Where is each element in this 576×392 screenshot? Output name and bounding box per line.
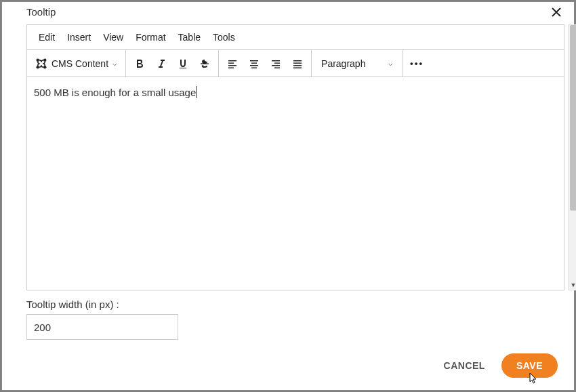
format-label: Paragraph — [321, 58, 365, 69]
menu-view[interactable]: View — [97, 29, 129, 45]
align-group — [219, 50, 312, 77]
ellipsis-icon: ••• — [410, 58, 424, 68]
chevron-down-icon: ⌵ — [388, 59, 393, 68]
svg-point-1 — [43, 58, 47, 62]
text-style-group — [126, 50, 219, 77]
close-icon — [551, 7, 562, 18]
align-justify-button[interactable] — [287, 53, 308, 74]
more-group: ••• — [403, 50, 430, 77]
tooltip-width-input[interactable] — [26, 314, 178, 340]
mouse-cursor-icon — [528, 372, 539, 386]
editor-menubar: Edit Insert View Format Table Tools — [27, 25, 564, 50]
menu-table[interactable]: Table — [172, 29, 207, 45]
underline-button[interactable] — [172, 53, 194, 74]
menu-tools[interactable]: Tools — [207, 29, 241, 45]
cancel-button[interactable]: CANCEL — [434, 353, 495, 378]
align-center-icon — [249, 58, 260, 69]
align-left-button[interactable] — [222, 53, 243, 74]
tooltip-modal: Tooltip ▼ Edit Insert View Format Table … — [1, 1, 575, 391]
scrollbar[interactable]: ▼ — [568, 24, 576, 290]
bold-button[interactable] — [129, 53, 150, 74]
joomla-icon — [35, 58, 47, 70]
tooltip-width-field: Tooltip width (in px) : — [2, 290, 574, 347]
strikethrough-icon — [199, 58, 210, 69]
menu-edit[interactable]: Edit — [33, 29, 61, 45]
editor-toolbar: CMS Content ⌵ — [27, 50, 564, 77]
rich-text-editor: Edit Insert View Format Table Tools CMS … — [26, 24, 564, 290]
svg-point-2 — [37, 66, 40, 69]
chevron-down-icon: ⌵ — [112, 59, 117, 68]
save-button[interactable]: SAVE — [501, 353, 558, 378]
editor-wrapper: ▼ Edit Insert View Format Table Tools CM… — [26, 24, 564, 290]
modal-title: Tooltip — [26, 6, 56, 18]
menu-insert[interactable]: Insert — [61, 29, 97, 45]
align-right-icon — [270, 58, 281, 69]
text-cursor — [196, 86, 197, 98]
scrollbar-thumb[interactable] — [570, 25, 576, 211]
align-justify-icon — [292, 58, 303, 69]
editor-content[interactable]: 500 MB is enough for a small usage — [27, 77, 564, 290]
strikethrough-button[interactable] — [194, 53, 215, 74]
svg-point-0 — [37, 58, 40, 62]
editor-text: 500 MB is enough for a small usage — [34, 87, 196, 98]
tooltip-width-label: Tooltip width (in px) : — [26, 299, 564, 310]
format-dropdown[interactable]: Paragraph ⌵ — [314, 58, 400, 69]
italic-icon — [156, 58, 167, 69]
format-group: Paragraph ⌵ — [312, 50, 403, 77]
menu-format[interactable]: Format — [129, 29, 171, 45]
align-right-button[interactable] — [265, 53, 287, 74]
more-button[interactable]: ••• — [406, 53, 428, 74]
modal-header: Tooltip — [2, 2, 574, 19]
bold-icon — [134, 58, 145, 69]
cms-group: CMS Content ⌵ — [27, 50, 126, 77]
italic-button[interactable] — [150, 53, 172, 74]
cms-content-dropdown[interactable]: CMS Content ⌵ — [30, 58, 123, 70]
align-center-button[interactable] — [243, 53, 265, 74]
cms-content-label: CMS Content — [52, 58, 108, 69]
close-button[interactable] — [548, 7, 564, 18]
align-left-icon — [227, 58, 238, 69]
save-label: SAVE — [516, 360, 543, 371]
modal-actions: CANCEL SAVE — [2, 347, 574, 390]
svg-point-3 — [43, 66, 47, 69]
scroll-down-arrow[interactable]: ▼ — [569, 280, 576, 290]
underline-icon — [178, 58, 188, 69]
